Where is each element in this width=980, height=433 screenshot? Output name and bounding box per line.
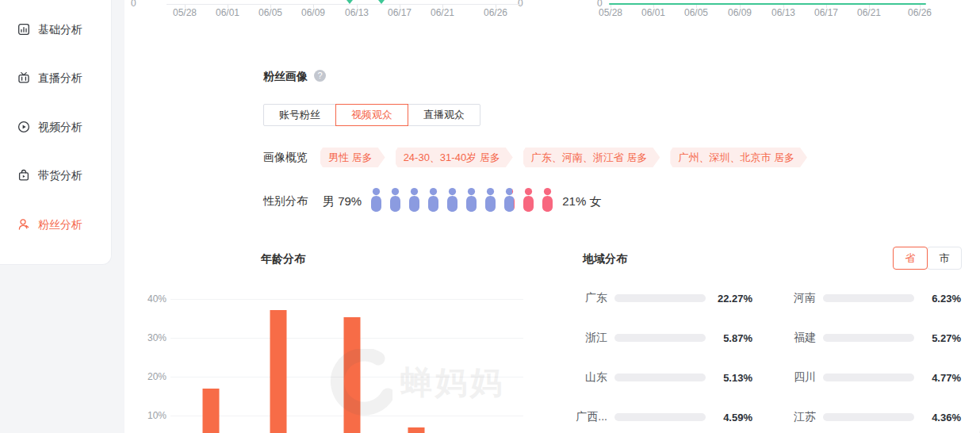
region-bar-track	[823, 294, 914, 302]
female-percentage: 21% 女	[562, 194, 601, 209]
user-icon	[17, 218, 30, 233]
overview-tag: 广州、深圳、北京市 居多	[670, 148, 807, 167]
male-person-icon	[408, 188, 421, 215]
region-bar-track	[823, 413, 914, 421]
tab-视频观众[interactable]: 视频观众	[335, 104, 408, 126]
region-list: 广东22.27%河南6.23%浙江5.87%福建5.27%山东5.13%四川4.…	[569, 278, 961, 433]
bar-chart-icon	[17, 23, 30, 38]
overview-tag: 男性 居多	[320, 148, 385, 167]
date-label: 06/09	[301, 7, 325, 18]
date-label: 06/26	[908, 7, 932, 18]
play-circle-icon	[17, 121, 30, 136]
gender-distribution-row: 性别分布 男 79% 21% 女	[263, 189, 601, 214]
main-content-card: 0 0 05/2806/0106/0506/0906/1306/1706/210…	[124, 0, 980, 433]
sidebar-item-label: 带货分析	[38, 169, 82, 183]
region-name: 山东	[569, 370, 607, 385]
overview-tag: 24-30、31-40岁 居多	[396, 148, 513, 167]
sidebar-item-label: 基础分析	[38, 23, 82, 37]
region-row: 山东5.13%	[569, 358, 752, 397]
sidebar-item-带货分析[interactable]: 带货分析	[17, 167, 82, 185]
region-distribution-title: 地域分布	[583, 252, 627, 266]
region-name: 四川	[778, 370, 816, 385]
region-bar-track	[614, 294, 706, 302]
age-y-tick-label: 20%	[140, 371, 167, 382]
sidebar-item-基础分析[interactable]: 基础分析	[17, 21, 82, 39]
region-name: 广东	[569, 291, 607, 305]
gender-person-icons	[369, 188, 554, 215]
region-value: 4.59%	[706, 412, 752, 423]
male-person-icon	[369, 188, 383, 215]
date-label: 06/09	[728, 7, 752, 18]
region-row: 福建5.27%	[778, 318, 961, 358]
sidebar-item-视频分析[interactable]: 视频分析	[17, 119, 82, 136]
province-city-toggle: 省市	[894, 247, 962, 270]
toggle-市[interactable]: 市	[927, 247, 962, 270]
age-distribution-title: 年龄分布	[261, 252, 305, 266]
male-person-icon	[427, 188, 440, 215]
portrait-overview-row: 画像概览 男性 居多24-30、31-40岁 居多广东、河南、浙江省 居多广州、…	[263, 148, 817, 167]
region-name: 广西...	[569, 410, 607, 424]
sidebar: 基础分析直播分析视频分析带货分析粉丝分析	[0, 0, 112, 265]
date-label: 06/01	[641, 7, 665, 18]
right-chart-zero-line	[609, 3, 926, 5]
sidebar-item-粉丝分析[interactable]: 粉丝分析	[17, 216, 82, 234]
region-bar-track	[823, 334, 914, 342]
region-row: 江苏4.36%	[778, 397, 961, 433]
region-value: 4.36%	[914, 412, 961, 423]
region-value: 4.77%	[914, 372, 961, 384]
left-chart-x-axis	[167, 4, 521, 5]
date-label: 05/28	[173, 7, 197, 18]
male-person-icon	[446, 188, 459, 215]
tab-直播观众[interactable]: 直播观众	[408, 104, 480, 126]
region-value: 22.27%	[706, 293, 752, 305]
left-chart-zero-left: 0	[131, 0, 136, 9]
female-person-icon	[541, 188, 554, 215]
region-row: 浙江5.87%	[569, 318, 752, 358]
male-person-icon	[465, 188, 478, 215]
sidebar-item-label: 直播分析	[38, 71, 82, 86]
region-bar-track	[823, 374, 914, 381]
age-bar	[203, 389, 220, 433]
region-name: 福建	[778, 331, 816, 345]
region-value: 6.23%	[914, 293, 961, 305]
gender-label: 性别分布	[263, 194, 323, 209]
date-label: 06/13	[345, 7, 369, 18]
age-y-tick-label: 30%	[140, 332, 167, 343]
region-bar-track	[614, 334, 706, 342]
overview-tags: 男性 居多24-30、31-40岁 居多广东、河南、浙江省 居多广州、深圳、北京…	[320, 148, 817, 167]
region-bar-track	[614, 413, 706, 421]
sidebar-item-直播分析[interactable]: 直播分析	[17, 70, 82, 87]
date-label: 06/21	[857, 7, 881, 18]
date-label: 06/17	[814, 7, 838, 18]
age-bar	[408, 427, 425, 433]
male-percentage: 男 79%	[323, 194, 362, 209]
male-person-icon	[503, 188, 516, 215]
date-label: 06/21	[431, 7, 454, 18]
age-y-tick-label: 10%	[140, 410, 167, 421]
toggle-省[interactable]: 省	[893, 247, 928, 270]
region-value: 5.87%	[706, 332, 752, 344]
date-label: 06/01	[216, 7, 239, 18]
tab-账号粉丝[interactable]: 账号粉丝	[263, 104, 336, 126]
region-name: 江苏	[778, 410, 816, 424]
region-row: 四川4.77%	[778, 358, 961, 397]
fan-analysis-page: 0 0 05/2806/0106/0506/0906/1306/1706/210…	[0, 0, 980, 433]
region-row: 广东22.27%	[569, 278, 752, 318]
age-bar	[270, 310, 287, 433]
date-label: 06/13	[771, 7, 795, 18]
portrait-tabs: 账号粉丝视频观众直播观众	[263, 104, 480, 126]
region-name: 浙江	[569, 331, 607, 345]
age-gridline	[170, 299, 523, 300]
region-value: 5.13%	[706, 372, 752, 384]
help-icon[interactable]: ?	[314, 70, 326, 82]
date-label: 06/17	[388, 7, 412, 18]
watermark-text: 蝉妈妈	[400, 361, 505, 404]
sidebar-item-label: 粉丝分析	[38, 218, 82, 232]
region-row: 河南6.23%	[778, 278, 961, 318]
region-bar-track	[614, 374, 706, 381]
overview-label: 画像概览	[263, 151, 308, 165]
date-label: 06/05	[684, 7, 708, 18]
shopping-bag-icon	[17, 169, 30, 184]
male-person-icon	[389, 188, 402, 215]
date-label: 05/28	[599, 7, 622, 18]
